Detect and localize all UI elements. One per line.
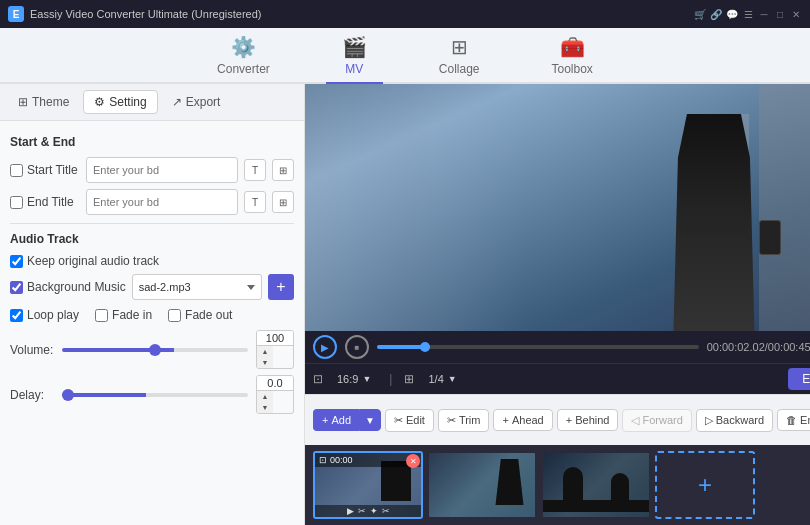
grid-icon: ⊞: [404, 372, 414, 386]
resolution-icon: ⊡: [313, 372, 323, 386]
delay-slider[interactable]: [62, 393, 248, 397]
app-title: Eassiy Video Converter Ultimate (Unregis…: [30, 8, 694, 20]
controls-row2: ⊡ 16:9 ▼ | ⊞ 1/4 ▼ Export: [305, 363, 810, 394]
audio-options-row: Loop play Fade in Fade out: [10, 308, 294, 322]
menu-icon[interactable]: ☰: [742, 8, 754, 20]
aspect-ratio-btn[interactable]: 16:9 ▼: [331, 371, 377, 387]
keep-original-checkbox[interactable]: [10, 255, 23, 268]
forward-icon: ◁: [631, 414, 639, 427]
bg-music-label[interactable]: Background Music: [10, 280, 126, 294]
maximize-icon[interactable]: □: [774, 8, 786, 20]
start-title-align-btn[interactable]: ⊞: [272, 159, 294, 181]
film-clip-3[interactable]: [541, 451, 651, 519]
nav-toolbox-label: Toolbox: [552, 62, 593, 76]
tab-theme[interactable]: ⊞ Theme: [8, 91, 79, 113]
start-end-section: Start & End Start Title T ⊞ End Title: [10, 135, 294, 215]
volume-value: 100: [257, 331, 293, 346]
play-button[interactable]: ▶: [313, 335, 337, 359]
end-title-checkbox[interactable]: [10, 196, 23, 209]
window-controls: 🛒 🔗 💬 ☰ ─ □ ✕: [694, 8, 802, 20]
minimize-icon[interactable]: ─: [758, 8, 770, 20]
volume-down-btn[interactable]: ▼: [257, 357, 273, 368]
clip-3-ground: [543, 500, 649, 512]
stop-button[interactable]: ■: [345, 335, 369, 359]
tab-setting[interactable]: ⚙ Setting: [83, 90, 157, 114]
end-title-font-btn[interactable]: T: [244, 191, 266, 213]
clip-3-bg: [543, 453, 649, 517]
edit-button[interactable]: ✂ Edit: [385, 409, 434, 432]
delay-value: 0.0: [257, 376, 293, 391]
bottom-toolbar: + Add ▼ ✂ Edit ✂ Trim + Ahead + Behind: [305, 394, 810, 445]
add-clip-button[interactable]: +: [655, 451, 755, 519]
start-title-label[interactable]: Start Title: [10, 163, 80, 177]
nav-converter[interactable]: ⚙️ Converter: [201, 29, 286, 84]
end-title-input[interactable]: [86, 189, 238, 215]
bg-music-checkbox[interactable]: [10, 281, 23, 294]
nav-collage[interactable]: ⊞ Collage: [423, 29, 496, 84]
audio-track-title: Audio Track: [10, 232, 294, 246]
nav-toolbox[interactable]: 🧰 Toolbox: [536, 29, 609, 84]
phone-prop: [759, 220, 781, 255]
delay-up-btn[interactable]: ▲: [257, 391, 273, 402]
add-button[interactable]: + Add: [313, 409, 359, 431]
collage-icon: ⊞: [451, 35, 468, 59]
end-title-label[interactable]: End Title: [10, 195, 80, 209]
close-icon[interactable]: ✕: [790, 8, 802, 20]
page-indicator-value: 1/4: [428, 373, 443, 385]
loop-play-checkbox[interactable]: [10, 309, 23, 322]
ahead-button[interactable]: + Ahead: [493, 409, 552, 431]
right-panel: ▶ ■ 00:00:02.02/00:00:45.00 🔊 ⊡ 16:9 ▼ |…: [305, 84, 810, 525]
page-indicator-btn[interactable]: 1/4 ▼: [422, 371, 462, 387]
aspect-ratio-value: 16:9: [337, 373, 358, 385]
start-title-font-btn[interactable]: T: [244, 159, 266, 181]
clip-1-trim-icon[interactable]: ✂: [358, 506, 366, 516]
bg-music-select[interactable]: sad-2.mp3: [132, 274, 262, 300]
nav-converter-label: Converter: [217, 62, 270, 76]
end-title-row: End Title T ⊞: [10, 189, 294, 215]
panel-tabs: ⊞ Theme ⚙ Setting ↗ Export: [0, 84, 304, 121]
film-clip-2[interactable]: [427, 451, 537, 519]
clip-1-star-icon[interactable]: ✦: [370, 506, 378, 516]
volume-input-group: 100 ▲ ▼: [256, 330, 294, 369]
clip-1-scissors-icon[interactable]: ✂: [382, 506, 390, 516]
film-clip-1[interactable]: ⊡ 00:00 ▶ ✂ ✦ ✂ ✕: [313, 451, 423, 519]
progress-bar[interactable]: [377, 345, 699, 349]
audio-track-section: Audio Track Keep original audio track Ba…: [10, 232, 294, 414]
clip-1-play-icon[interactable]: ▶: [347, 506, 354, 516]
volume-up-btn[interactable]: ▲: [257, 346, 273, 357]
start-title-input[interactable]: [86, 157, 238, 183]
scene-atmosphere: [305, 84, 527, 331]
clip-1-controls: ▶ ✂ ✦ ✂: [315, 505, 421, 517]
tab-export[interactable]: ↗ Export: [162, 91, 231, 113]
chat-icon[interactable]: 💬: [726, 8, 738, 20]
export-tab-label: Export: [186, 95, 221, 109]
keep-original-row: Keep original audio track: [10, 254, 294, 268]
volume-slider[interactable]: [62, 348, 248, 352]
forward-button[interactable]: ◁ Forward: [622, 409, 691, 432]
add-dropdown-arrow[interactable]: ▼: [359, 409, 381, 431]
divider-1: [10, 223, 294, 224]
backward-icon: ▷: [705, 414, 713, 427]
fade-in-label[interactable]: Fade in: [95, 308, 152, 322]
delay-down-btn[interactable]: ▼: [257, 402, 273, 413]
export-button[interactable]: Export: [788, 368, 810, 390]
progress-handle[interactable]: [420, 342, 430, 352]
nav-mv[interactable]: 🎬 MV: [326, 29, 383, 84]
empty-button[interactable]: 🗑 Empty: [777, 409, 810, 431]
cart-icon[interactable]: 🛒: [694, 8, 706, 20]
fade-out-checkbox[interactable]: [168, 309, 181, 322]
loop-play-label[interactable]: Loop play: [10, 308, 79, 322]
behind-button[interactable]: + Behind: [557, 409, 619, 431]
panel-content: Start & End Start Title T ⊞ End Title: [0, 121, 304, 525]
end-title-align-btn[interactable]: ⊞: [272, 191, 294, 213]
clip-2-bg: [429, 453, 535, 517]
add-music-button[interactable]: +: [268, 274, 294, 300]
start-title-checkbox[interactable]: [10, 164, 23, 177]
link-icon[interactable]: 🔗: [710, 8, 722, 20]
trim-button[interactable]: ✂ Trim: [438, 409, 490, 432]
fade-out-label[interactable]: Fade out: [168, 308, 232, 322]
fade-in-checkbox[interactable]: [95, 309, 108, 322]
clip-1-close-btn[interactable]: ✕: [406, 454, 420, 468]
divider-v: |: [389, 372, 392, 386]
backward-button[interactable]: ▷ Backward: [696, 409, 773, 432]
